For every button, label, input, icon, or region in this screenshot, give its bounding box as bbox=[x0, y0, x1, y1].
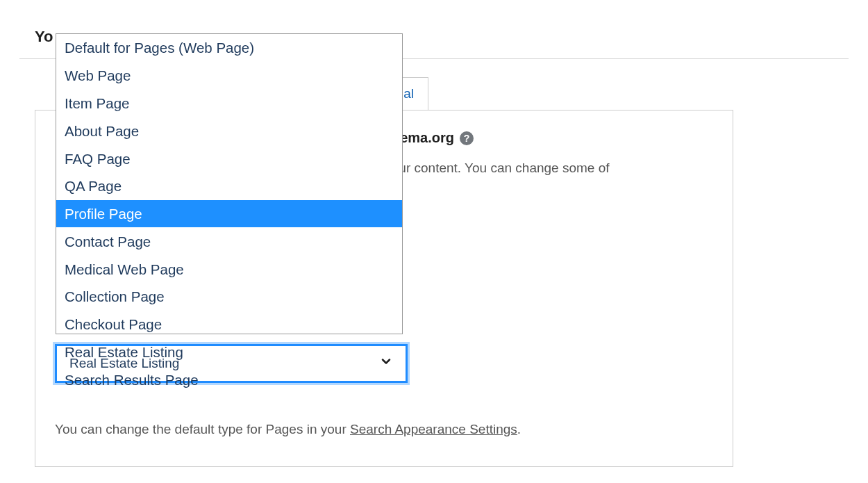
dropdown-option[interactable]: Real Estate Listing bbox=[56, 338, 402, 366]
dropdown-option[interactable]: Profile Page bbox=[56, 200, 402, 228]
dropdown-option[interactable]: Collection Page bbox=[56, 283, 402, 311]
dropdown-option[interactable]: Checkout Page bbox=[56, 311, 402, 338]
help-icon[interactable]: ? bbox=[460, 131, 474, 145]
dropdown-option[interactable]: Item Page bbox=[56, 90, 402, 117]
dropdown-option[interactable]: Contact Page bbox=[56, 227, 402, 255]
search-appearance-link[interactable]: Search Appearance Settings bbox=[350, 422, 517, 436]
page-type-dropdown[interactable]: Default for Pages (Web Page)Web PageItem… bbox=[56, 33, 403, 334]
dropdown-option[interactable]: Medical Web Page bbox=[56, 255, 402, 283]
footnote: You can change the default type for Page… bbox=[55, 422, 713, 437]
dropdown-option[interactable]: QA Page bbox=[56, 172, 402, 200]
dropdown-option[interactable]: About Page bbox=[56, 117, 402, 145]
dropdown-option[interactable]: Search Results Page bbox=[56, 366, 402, 393]
dropdown-option[interactable]: Default for Pages (Web Page) bbox=[56, 34, 402, 62]
page-title: Yo bbox=[35, 28, 53, 45]
dropdown-option[interactable]: FAQ Page bbox=[56, 145, 402, 172]
dropdown-option[interactable]: Web Page bbox=[56, 62, 402, 90]
